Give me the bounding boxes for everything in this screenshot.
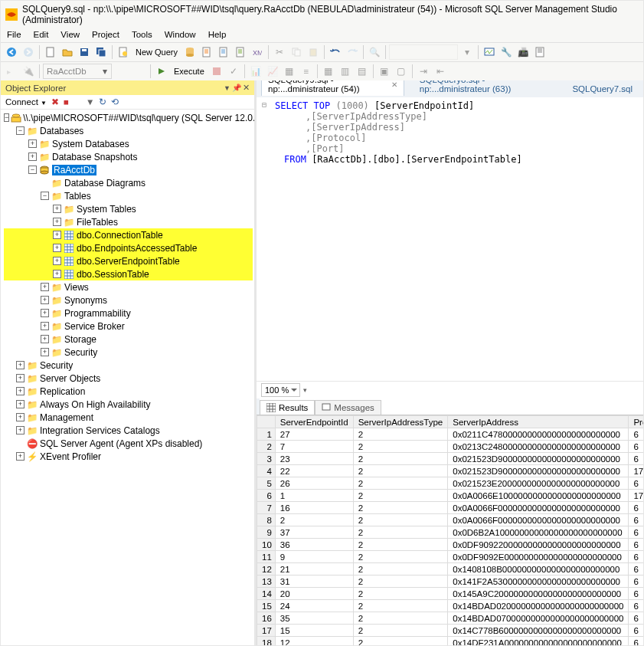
tree-server-objects[interactable]: Server Objects xyxy=(40,373,100,384)
tree-db-diagrams[interactable]: Database Diagrams xyxy=(64,178,145,189)
menu-tools[interactable]: Tools xyxy=(132,30,152,39)
sync-icon[interactable]: ⟲ xyxy=(111,97,119,107)
table-row[interactable]: 171520x14C778B60000000000000000000000006… xyxy=(257,625,644,637)
uncomment-icon[interactable]: ▢ xyxy=(394,64,409,79)
results-grid-icon[interactable]: ▦ xyxy=(282,64,297,79)
object-explorer-tree[interactable]: −\\.\pipe\MICROSOFT##WID\tsql\query (SQL… xyxy=(1,110,254,645)
zoom-selector[interactable]: 100 % xyxy=(261,383,300,397)
table-row[interactable]: 133120x141F2A530000000000000000000000006… xyxy=(257,575,644,588)
tree-replication[interactable]: Replication xyxy=(40,386,85,397)
opt3-icon[interactable]: ▤ xyxy=(355,64,370,79)
table-row[interactable]: 71620x0A0066F000000000000000000000000065… xyxy=(257,502,644,514)
tree-management[interactable]: Management xyxy=(40,412,93,423)
tree-table-server-endpoint[interactable]: dbo.ServerEndpointTable xyxy=(77,256,180,267)
tree-sub-security[interactable]: Security xyxy=(64,347,97,358)
tree-table-endpoints-accessed[interactable]: dbo.EndpointsAccessedTable xyxy=(77,243,197,254)
table-row[interactable]: 122120x1408108B0000000000000000000000006… xyxy=(257,563,644,575)
tools-icon[interactable]: 🔧 xyxy=(499,44,514,60)
table-row[interactable]: 8220x0A0066F0000000000000000000000000638… xyxy=(257,514,644,526)
sql-editor[interactable]: ⊟ SELECT TOP (1000) [ServerEndpointId] ,… xyxy=(257,97,643,381)
new-query-button[interactable]: New Query xyxy=(132,48,181,57)
new-file-icon[interactable] xyxy=(43,44,58,60)
solution-config[interactable] xyxy=(389,44,458,60)
tree-db-snapshots[interactable]: Database Snapshots xyxy=(52,152,137,162)
menu-view[interactable]: View xyxy=(60,30,80,39)
include-plan-icon[interactable]: 📈 xyxy=(265,64,280,79)
tree-storage[interactable]: Storage xyxy=(64,334,96,345)
tree-sql-agent[interactable]: SQL Server Agent (Agent XPs disabled) xyxy=(40,438,202,449)
tab-results[interactable]: Results xyxy=(260,400,315,415)
save-icon[interactable] xyxy=(77,44,92,60)
tree-tables[interactable]: Tables xyxy=(64,191,91,202)
script-icon-1[interactable] xyxy=(199,44,214,60)
tree-system-databases[interactable]: System Databases xyxy=(52,139,129,149)
est-plan-icon[interactable]: 📊 xyxy=(248,64,263,79)
database-icon[interactable] xyxy=(182,44,198,60)
connect-button[interactable]: Connect ▼ xyxy=(5,97,47,107)
menu-window[interactable]: Window xyxy=(165,30,196,39)
results-text-icon[interactable]: ≡ xyxy=(299,64,314,79)
activity-monitor-icon[interactable] xyxy=(482,44,497,60)
registered-servers-icon[interactable]: 📠 xyxy=(515,44,531,60)
undo-icon[interactable] xyxy=(328,44,343,60)
xml-icon[interactable]: XM xyxy=(250,44,265,60)
table-row[interactable]: 163520x14BDAD070000000000000000000000006… xyxy=(257,612,644,625)
column-header[interactable]: ServerIpAddressType xyxy=(353,416,448,428)
save-all-icon[interactable] xyxy=(93,44,109,60)
tree-system-tables[interactable]: System Tables xyxy=(77,204,136,215)
tree-service-broker[interactable]: Service Broker xyxy=(64,321,125,332)
disconnect-icon[interactable]: ✖ xyxy=(51,97,59,107)
table-row[interactable]: 142020x145A9C200000000000000000000000006… xyxy=(257,588,644,600)
comment-icon[interactable]: ▣ xyxy=(377,64,392,79)
stop-icon[interactable]: ■ xyxy=(64,97,69,107)
redo-icon[interactable] xyxy=(345,44,360,60)
script-icon-2[interactable] xyxy=(216,44,231,60)
menu-project[interactable]: Project xyxy=(92,30,119,39)
tree-file-tables[interactable]: FileTables xyxy=(77,217,118,228)
execute-icon[interactable] xyxy=(154,64,169,79)
dropdown-icon[interactable]: ▼ xyxy=(224,84,230,92)
open-icon[interactable] xyxy=(60,44,75,60)
table-row[interactable]: 52620x021523E200000000000000000000000064… xyxy=(257,477,644,490)
tree-always-on[interactable]: Always On High Availability xyxy=(40,399,151,410)
tree-xevent[interactable]: XEvent Profiler xyxy=(40,451,101,462)
tab-sqlquery7[interactable]: SQLQuery7.sql xyxy=(566,82,639,96)
tab-sqlquery8[interactable]: SQLQuery8.sql - np:...dministrateur (63)… xyxy=(414,80,548,96)
table-row[interactable]: 181220x14DF231A0000000000000000000000006… xyxy=(257,637,644,646)
column-header[interactable]: Protocol xyxy=(629,416,643,428)
cut-icon[interactable]: ✂ xyxy=(272,44,287,60)
copy-icon[interactable] xyxy=(289,44,304,60)
table-row[interactable]: 12720x0211C47800000000000000000000000064… xyxy=(257,428,644,441)
tree-security[interactable]: Security xyxy=(40,360,73,371)
nav-back-icon[interactable] xyxy=(4,44,19,60)
tree-databases[interactable]: Databases xyxy=(40,126,83,136)
filter-icon[interactable]: ▼ xyxy=(86,97,94,107)
tree-programmability[interactable]: Programmability xyxy=(64,308,131,319)
column-header[interactable]: ServerIpAddress xyxy=(448,416,629,428)
menu-edit[interactable]: Edit xyxy=(34,30,49,39)
find-icon[interactable]: 🔍 xyxy=(367,44,382,60)
opt1-icon[interactable]: ▦ xyxy=(321,64,336,79)
nav-forward-icon[interactable] xyxy=(21,44,36,60)
execute-button[interactable]: Execute xyxy=(171,67,208,76)
table-row[interactable]: 152420x14BDAD020000000000000000000000006… xyxy=(257,600,644,612)
tree-server[interactable]: \\.\pipe\MICROSOFT##WID\tsql\query (SQL … xyxy=(23,113,254,123)
column-header[interactable] xyxy=(257,416,276,428)
table-row[interactable]: 2720x0213C248000000000000000000000000644… xyxy=(257,441,644,453)
change-connection-icon[interactable]: 🔌 xyxy=(21,64,36,79)
tree-raacctdb[interactable]: RaAcctDb xyxy=(52,165,96,175)
database-selector[interactable]: RaAcctDb xyxy=(43,64,112,79)
use-db-icon[interactable]: ▸ xyxy=(4,64,19,79)
stop-icon[interactable] xyxy=(209,64,224,79)
refresh-icon[interactable]: ↻ xyxy=(99,97,106,107)
tab-messages[interactable]: Messages xyxy=(315,400,381,415)
paste-icon[interactable] xyxy=(306,44,321,60)
table-row[interactable]: 93720x0D6B2A1000000000000000000000000064… xyxy=(257,526,644,539)
results-grid[interactable]: ServerEndpointIdServerIpAddressTypeServe… xyxy=(257,415,643,645)
tab-sqlquery9[interactable]: SQLQuery9.sql - np:...dministrateur (54)… xyxy=(261,80,404,96)
indent-icon[interactable]: ⇥ xyxy=(416,64,431,79)
tree-synonyms[interactable]: Synonyms xyxy=(64,295,107,306)
parse-icon[interactable]: ✓ xyxy=(226,64,241,79)
table-row[interactable]: 6120x0A0066E1000000000000000000000000175… xyxy=(257,490,644,502)
menu-help[interactable]: Help xyxy=(208,30,227,39)
